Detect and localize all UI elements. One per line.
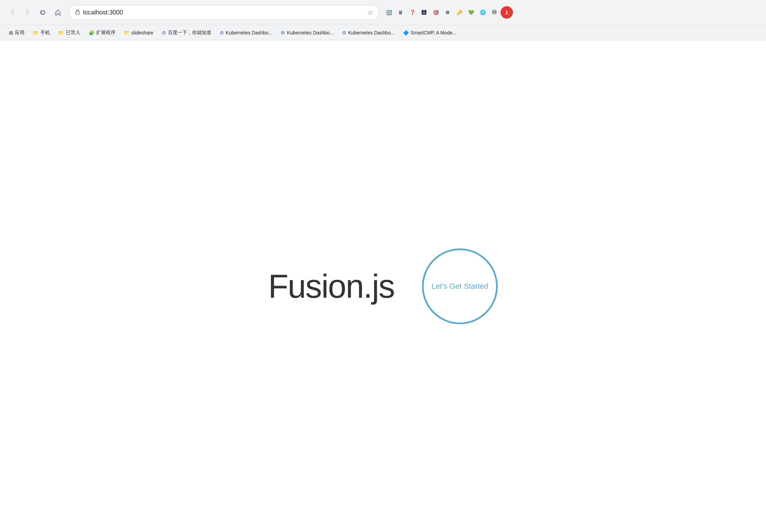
bookmark-phone[interactable]: 📁 手机 <box>29 27 53 38</box>
bookmark-baidu-label: 百度一下，你就知道 <box>168 30 211 36</box>
address-bar[interactable]: localhost:3000 ☆ <box>69 5 379 20</box>
bookmark-smartcmp[interactable]: 🔷 SmartCMP, A Mode... <box>400 27 460 38</box>
url-text: localhost:3000 <box>83 9 364 16</box>
bookmark-k8s-1[interactable]: ⚙ Kubernetes Dashbo... <box>216 27 276 38</box>
extensions-icon: 🧩 <box>89 30 94 35</box>
binary-icon[interactable]: 🔢 <box>383 7 394 18</box>
nav-buttons <box>6 6 65 19</box>
question-icon[interactable]: ❓ <box>407 7 418 18</box>
browser-chrome: localhost:3000 ☆ 🔢 🖥 ❓ 🅰 🎯 ⚙ 🔑 💚 🌐 Ⓜ 1 <box>0 0 766 40</box>
bookmark-imported[interactable]: 📁 已导入 <box>55 27 84 38</box>
profile-avatar[interactable]: 1 <box>501 6 513 19</box>
folder-slideshare-icon: 📁 <box>124 30 130 35</box>
bookmark-extensions-label: 扩展程序 <box>96 30 115 36</box>
hero-section: Fusion.js Let's Get Started <box>268 248 498 324</box>
bookmark-apps[interactable]: ⊞ 应用 <box>6 27 28 38</box>
accessibility-icon[interactable]: 🅰 <box>419 7 430 18</box>
bookmarks-bar: ⊞ 应用 📁 手机 📁 已导入 🧩 扩展程序 📁 slideshare ⚙ 百度… <box>0 25 766 40</box>
bookmark-k8s-1-label: Kubernetes Dashbo... <box>226 30 272 35</box>
bookmark-apps-label: 应用 <box>15 30 24 36</box>
bookmark-slideshare[interactable]: 📁 slideshare <box>120 27 157 38</box>
k8s-1-icon: ⚙ <box>220 30 224 35</box>
download-icon[interactable]: 💚 <box>465 7 476 18</box>
bookmark-slideshare-label: slideshare <box>131 30 153 35</box>
apps-icon: ⊞ <box>9 30 13 35</box>
bookmark-smartcmp-label: SmartCMP, A Mode... <box>411 30 456 35</box>
smartcmp-icon: 🔷 <box>403 30 409 35</box>
bookmark-k8s-3-label: Kubernetes Dashbo... <box>348 30 395 35</box>
bookmark-phone-label: 手机 <box>40 30 50 36</box>
bookmark-star-button[interactable]: ☆ <box>367 8 373 17</box>
lock-icon <box>75 9 80 16</box>
bookmark-k8s-2[interactable]: ⚙ Kubernetes Dashbo... <box>277 27 337 38</box>
browser-toolbar: localhost:3000 ☆ 🔢 🖥 ❓ 🅰 🎯 ⚙ 🔑 💚 🌐 Ⓜ 1 <box>0 0 766 25</box>
forward-button[interactable] <box>21 6 34 19</box>
bookmark-k8s-2-label: Kubernetes Dashbo... <box>287 30 333 35</box>
get-started-button[interactable]: Let's Get Started <box>422 248 498 324</box>
display-icon[interactable]: 🖥 <box>395 7 406 18</box>
target-icon[interactable]: 🎯 <box>430 7 441 18</box>
reload-button[interactable] <box>36 6 50 19</box>
key-icon[interactable]: 🔑 <box>454 7 465 18</box>
bookmark-baidu[interactable]: ⚙ 百度一下，你就知道 <box>158 27 215 38</box>
folder-phone-icon: 📁 <box>33 30 39 35</box>
bookmark-extensions[interactable]: 🧩 扩展程序 <box>85 27 119 38</box>
back-button[interactable] <box>6 6 19 19</box>
toolbar-icons: 🔢 🖥 ❓ 🅰 🎯 ⚙ 🔑 💚 🌐 Ⓜ 1 <box>383 6 513 19</box>
folder-imported-icon: 📁 <box>58 30 64 35</box>
k8s-3-icon: ⚙ <box>342 30 346 35</box>
bookmark-imported-label: 已导入 <box>66 30 80 36</box>
get-started-label: Let's Get Started <box>432 282 488 291</box>
k8s-2-icon: ⚙ <box>281 30 285 35</box>
extension-icons: 🔢 🖥 ❓ 🅰 🎯 ⚙ 🔑 💚 🌐 Ⓜ 1 <box>383 6 513 19</box>
globe-icon[interactable]: 🌐 <box>477 7 488 18</box>
page-content: Fusion.js Let's Get Started <box>0 40 766 532</box>
app-title: Fusion.js <box>268 267 394 305</box>
baidu-icon: ⚙ <box>162 30 166 35</box>
bookmark-k8s-3[interactable]: ⚙ Kubernetes Dashbo... <box>339 27 398 38</box>
svg-rect-0 <box>76 11 79 14</box>
m-icon[interactable]: Ⓜ <box>489 7 500 18</box>
home-button[interactable] <box>51 6 65 19</box>
gear-ext-icon[interactable]: ⚙ <box>442 7 453 18</box>
